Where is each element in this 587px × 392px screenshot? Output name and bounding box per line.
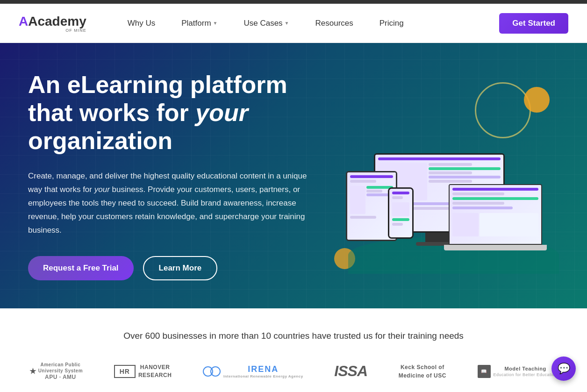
model-teaching-text: Model Teaching Education for Better Educ… — [494, 366, 558, 377]
keck-text: Keck School ofMedicine of USC — [399, 363, 446, 380]
laptop-device — [449, 184, 542, 250]
nav-label-platform: Platform — [181, 19, 211, 28]
phone-screen — [388, 187, 414, 239]
use-cases-dropdown-arrow: ▼ — [285, 21, 289, 26]
logo-model-teaching-display: 📖 Model Teaching Education for Better Ed… — [478, 360, 558, 383]
chat-icon: 💬 — [558, 363, 570, 375]
hero-image-area — [320, 78, 559, 274]
screen-bar — [350, 175, 393, 178]
logo-a-letter: A — [19, 14, 28, 29]
nav-item-why-us[interactable]: Why Us — [115, 4, 169, 43]
logo-keck: Keck School ofMedicine of USC — [399, 360, 446, 383]
screen-bar — [429, 180, 472, 183]
logo-hanover: HR HANOVERRESEARCH — [114, 360, 172, 383]
hero-content: An eLearning platform that works for you… — [28, 71, 320, 280]
screen-bar — [452, 192, 504, 195]
laptop-body — [444, 245, 547, 250]
nav-label-resources: Resources — [315, 19, 353, 28]
header: AAcademy of mine Why Us Platform ▼ Use C… — [0, 4, 587, 43]
screen-bar — [429, 176, 501, 178]
logo[interactable]: AAcademy of mine — [19, 14, 86, 33]
hero-title-line1: An eLearning platform — [28, 71, 287, 98]
logo-irena-display: IRENA International Renewable Energy Age… — [203, 360, 303, 383]
screen-bar — [350, 180, 376, 183]
issa-text: ISSA — [334, 363, 367, 380]
trust-section: Over 600 businesses in more than 10 coun… — [0, 308, 587, 392]
hero-title-line3: organization — [28, 127, 172, 154]
logo-issa-display: ISSA — [334, 360, 367, 383]
screen-bar — [392, 196, 402, 199]
device-cluster — [341, 87, 537, 264]
hero-title-italic: your — [195, 99, 248, 126]
screen-bar — [392, 192, 409, 194]
hero-buttons: Request a Free Trial Learn More — [28, 256, 320, 280]
screen-bar — [350, 216, 376, 219]
nav-label-why-us: Why Us — [128, 19, 156, 28]
logo-keck-display: Keck School ofMedicine of USC — [399, 360, 446, 383]
platform-dropdown-arrow: ▼ — [213, 21, 218, 26]
hero-section: An eLearning platform that works for you… — [0, 43, 587, 308]
logo-issa: ISSA — [334, 360, 367, 383]
screen-bar — [452, 207, 513, 209]
nav-item-platform[interactable]: Platform ▼ — [168, 4, 230, 43]
screen-bar — [429, 163, 472, 166]
chat-button[interactable]: 💬 — [551, 356, 576, 381]
hanover-badge: HR — [114, 365, 136, 378]
screen-bar — [429, 167, 501, 170]
logo-model-teaching: 📖 Model Teaching Education for Better Ed… — [478, 360, 558, 383]
phone-device — [388, 187, 414, 239]
amu-star-icon: ★ — [29, 367, 36, 376]
nav-label-use-cases: Use Cases — [243, 19, 282, 28]
header-cta-area: Get Started — [499, 13, 568, 34]
logo-amu-display: ★ American Public University System APU … — [29, 360, 83, 383]
irena-text: IRENA — [223, 364, 303, 374]
logo-main-text: Academy — [28, 14, 86, 29]
screen-bar — [366, 190, 383, 192]
client-logos-row: ★ American Public University System APU … — [19, 360, 568, 383]
logo-text: AAcademy — [19, 14, 86, 29]
main-nav: Why Us Platform ▼ Use Cases ▼ Resources … — [115, 4, 500, 43]
hero-description: Create, manage, and deliver the highest … — [28, 170, 320, 237]
request-trial-button[interactable]: Request a Free Trial — [28, 256, 134, 280]
hero-title-line2: that works for — [28, 99, 195, 126]
nav-item-resources[interactable]: Resources — [302, 4, 366, 43]
screen-bar — [429, 171, 472, 174]
nav-item-use-cases[interactable]: Use Cases ▼ — [230, 4, 302, 43]
learn-more-button[interactable]: Learn More — [143, 256, 218, 280]
laptop-screen — [449, 184, 542, 245]
hero-title: An eLearning platform that works for you… — [28, 71, 320, 155]
hero-desc-italic: your — [94, 185, 110, 194]
screen-bar — [392, 223, 402, 226]
screen-bar — [452, 202, 504, 205]
screen-bar — [452, 188, 538, 191]
screen-bar — [452, 197, 538, 200]
logo-irena: IRENA International Renewable Energy Age… — [203, 360, 303, 383]
logo-amu: ★ American Public University System APU … — [29, 360, 83, 383]
screen-bar — [378, 157, 501, 160]
get-started-button[interactable]: Get Started — [499, 13, 568, 34]
trust-tagline: Over 600 businesses in more than 10 coun… — [19, 331, 568, 341]
nav-item-pricing[interactable]: Pricing — [366, 4, 417, 43]
screen-bar — [392, 218, 409, 221]
nav-label-pricing: Pricing — [379, 19, 404, 28]
logo-hanover-display: HR HANOVERRESEARCH — [114, 360, 172, 383]
